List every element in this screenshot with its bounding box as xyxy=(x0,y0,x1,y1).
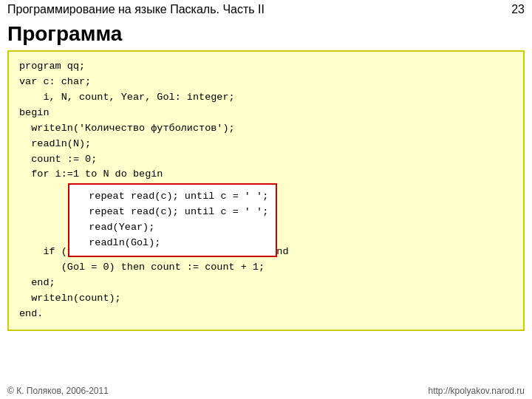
copyright: © К. Поляков, 2006-2011 xyxy=(7,386,109,396)
page-number: 23 xyxy=(511,3,525,16)
code-line-3: i, N, count, Year, Gol: integer; xyxy=(19,90,513,106)
code-line-6: readln(N); xyxy=(19,137,513,152)
highlight-line-1: repeat read(c); until c = ' '; xyxy=(77,189,268,205)
code-line-2: var c: char; xyxy=(19,75,513,90)
code-line-16: writeln(count); xyxy=(19,291,513,307)
code-line-5: writeln('Количество футболистов'); xyxy=(19,121,513,137)
code-line-15: end; xyxy=(19,276,513,291)
course-title: Программирование на языке Паскаль. Часть… xyxy=(7,3,265,16)
highlight-line-2: repeat read(c); until c = ' '; xyxy=(77,205,268,220)
code-line-1: program qq; xyxy=(19,59,513,75)
code-area: program qq; var c: char; i, N, count, Ye… xyxy=(7,50,525,331)
code-line-4: begin xyxy=(19,106,513,121)
bottom-bar: © К. Поляков, 2006-2011 http://kpolyakov… xyxy=(0,383,532,399)
code-line-8: for i:=1 to N do begin xyxy=(19,167,513,183)
highlight-line-4: readln(Gol); xyxy=(77,236,268,251)
page-title: Программа xyxy=(0,19,532,50)
website: http://kpolyakov.narod.ru xyxy=(428,386,525,396)
highlight-line-3: read(Year); xyxy=(77,220,268,236)
code-line-14: (Gol = 0) then count := count + 1; xyxy=(19,260,513,276)
code-line-17: end. xyxy=(19,307,513,322)
code-line-7: count := 0; xyxy=(19,152,513,168)
top-bar: Программирование на языке Паскаль. Часть… xyxy=(0,0,532,19)
highlight-box: repeat read(c); until c = ' '; repeat re… xyxy=(68,183,277,257)
